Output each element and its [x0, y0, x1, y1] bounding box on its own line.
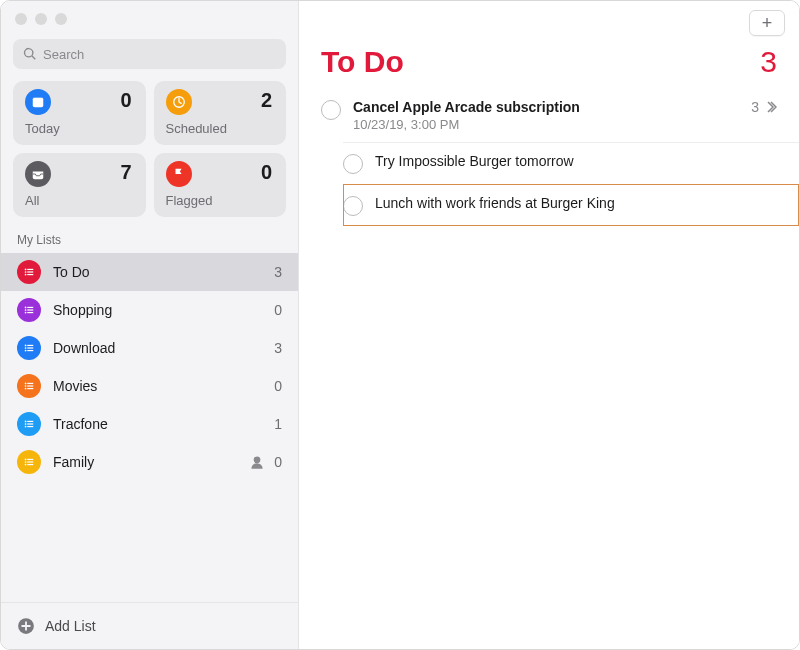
svg-rect-38 [27, 464, 33, 465]
smart-scheduled-count: 2 [261, 89, 272, 112]
svg-rect-20 [27, 350, 33, 351]
svg-point-3 [25, 269, 27, 271]
clock-icon [166, 89, 192, 115]
reminder-row[interactable]: Cancel Apple Arcade subscription 10/23/1… [317, 89, 799, 142]
svg-point-11 [25, 309, 27, 311]
svg-rect-12 [27, 309, 33, 310]
subtask-count: 3 [751, 99, 759, 115]
svg-point-29 [25, 423, 27, 425]
smart-today[interactable]: 0 Today [13, 81, 146, 145]
list-item-todo[interactable]: To Do 3 [1, 253, 298, 291]
smart-flagged-count: 0 [261, 161, 272, 184]
svg-point-13 [25, 312, 27, 314]
flag-icon [166, 161, 192, 187]
list-bullet-icon [17, 336, 41, 360]
list-count: 3 [274, 340, 282, 356]
reminders-list: Cancel Apple Arcade subscription 10/23/1… [299, 89, 799, 226]
reminder-body: Cancel Apple Arcade subscription 10/23/1… [353, 99, 751, 132]
list-count: 1 [274, 416, 282, 432]
my-lists-header: My Lists [1, 227, 298, 253]
svg-point-37 [25, 464, 27, 466]
list-header: To Do 3 [299, 45, 799, 89]
svg-rect-24 [27, 385, 33, 386]
search-placeholder: Search [43, 47, 84, 62]
reminder-row[interactable]: Try Impossible Burger tomorrow [343, 142, 799, 184]
list-count: 0 [274, 454, 282, 470]
svg-rect-32 [27, 426, 33, 427]
list-name: To Do [53, 264, 274, 280]
list-count: 0 [274, 378, 282, 394]
list-name: Movies [53, 378, 274, 394]
shared-icon [248, 453, 266, 471]
smart-today-count: 0 [120, 89, 131, 112]
svg-point-15 [25, 345, 27, 347]
sidebar: Search 0 Today 2 Scheduled [1, 1, 299, 649]
smart-flagged-label: Flagged [166, 193, 275, 208]
add-reminder-button[interactable]: + [749, 10, 785, 36]
list-bullet-icon [17, 450, 41, 474]
smart-all[interactable]: 7 All [13, 153, 146, 217]
svg-rect-14 [27, 312, 33, 313]
search-input[interactable]: Search [13, 39, 286, 69]
zoom-icon[interactable] [55, 13, 67, 25]
svg-point-33 [25, 459, 27, 461]
svg-rect-18 [27, 347, 33, 348]
svg-rect-30 [27, 423, 33, 424]
list-name: Download [53, 340, 274, 356]
inbox-icon [25, 161, 51, 187]
list-bullet-icon [17, 260, 41, 284]
svg-point-27 [25, 421, 27, 423]
smart-lists: 0 Today 2 Scheduled 7 All [1, 81, 298, 227]
reminder-title: Lunch with work friends at Burger King [375, 195, 777, 211]
reminders-window: Search 0 Today 2 Scheduled [0, 0, 800, 650]
svg-point-9 [25, 307, 27, 309]
svg-point-23 [25, 385, 27, 387]
svg-point-31 [25, 426, 27, 428]
list-bullet-icon [17, 298, 41, 322]
list-total-count: 3 [760, 45, 777, 79]
toolbar: + [299, 1, 799, 45]
svg-point-17 [25, 347, 27, 349]
complete-toggle[interactable] [343, 154, 363, 174]
complete-toggle[interactable] [321, 100, 341, 120]
smart-all-label: All [25, 193, 134, 208]
reminder-body: Try Impossible Burger tomorrow [375, 153, 777, 169]
svg-rect-10 [27, 307, 33, 308]
close-icon[interactable] [15, 13, 27, 25]
svg-rect-16 [27, 345, 33, 346]
reminder-subtitle: 10/23/19, 3:00 PM [353, 117, 751, 132]
svg-point-7 [25, 274, 27, 276]
subtask-indicator[interactable]: 3 [751, 99, 777, 115]
smart-all-count: 7 [120, 161, 131, 184]
list-item-download[interactable]: Download 3 [1, 329, 298, 367]
list-item-family[interactable]: Family 0 [1, 443, 298, 481]
plus-circle-icon [17, 617, 35, 635]
minimize-icon[interactable] [35, 13, 47, 25]
add-list-button[interactable]: Add List [1, 602, 298, 649]
add-list-label: Add List [45, 618, 96, 634]
complete-toggle[interactable] [343, 196, 363, 216]
smart-flagged[interactable]: 0 Flagged [154, 153, 287, 217]
svg-rect-4 [27, 269, 33, 270]
window-controls [1, 1, 298, 31]
svg-point-19 [25, 350, 27, 352]
svg-rect-8 [27, 274, 33, 275]
svg-rect-22 [27, 383, 33, 384]
list-item-shopping[interactable]: Shopping 0 [1, 291, 298, 329]
list-bullet-icon [17, 374, 41, 398]
svg-rect-28 [27, 421, 33, 422]
smart-scheduled[interactable]: 2 Scheduled [154, 81, 287, 145]
list-item-movies[interactable]: Movies 0 [1, 367, 298, 405]
list-bullet-icon [17, 412, 41, 436]
list-item-tracfone[interactable]: Tracfone 1 [1, 405, 298, 443]
list-name: Tracfone [53, 416, 274, 432]
svg-rect-36 [27, 461, 33, 462]
svg-point-5 [25, 271, 27, 273]
page-title: To Do [321, 45, 404, 79]
reminder-row[interactable]: Lunch with work friends at Burger King [343, 184, 799, 226]
svg-point-25 [25, 388, 27, 390]
svg-point-35 [25, 461, 27, 463]
list-count: 0 [274, 302, 282, 318]
svg-rect-1 [33, 98, 44, 101]
search-icon [23, 47, 37, 61]
